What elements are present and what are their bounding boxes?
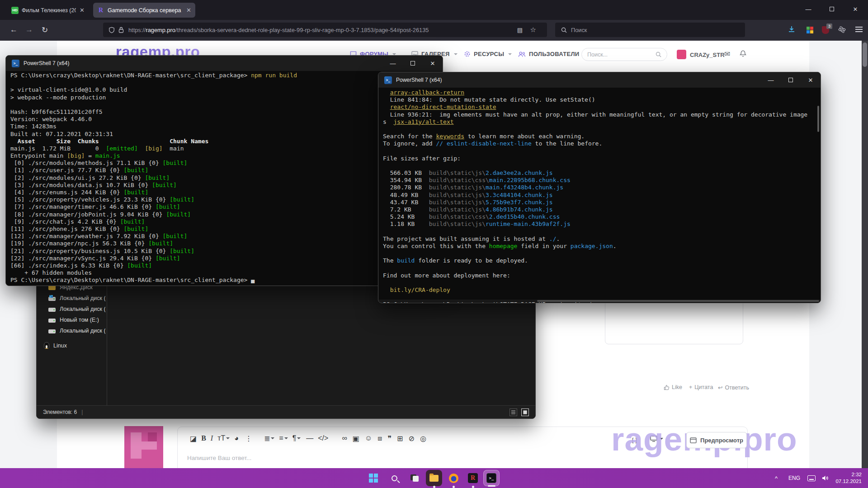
paragraph-icon[interactable]: ¶ (292, 434, 301, 442)
forum-search-input[interactable]: Поиск... (581, 48, 667, 61)
tray-touch-keyboard-icon[interactable] (807, 468, 816, 488)
spoiler-icon[interactable]: ⊘ (408, 434, 414, 443)
tab-close-icon[interactable]: ✕ (186, 7, 191, 14)
font-size-icon[interactable]: тT (217, 434, 230, 442)
align-icon[interactable]: ≡ (279, 434, 288, 442)
bbcode-toggle-button[interactable]: [ ] (632, 436, 637, 443)
browser-tab-gamemode[interactable]: R Gamemode Сборка сервера DE ✕ (93, 3, 195, 18)
remove-format-icon[interactable]: ◪ (190, 434, 197, 443)
tracking-shield-icon[interactable] (108, 27, 115, 33)
terminal-output: PS C:\Users\crazy\Desktop\raknet\DN-RAGE… (10, 72, 297, 284)
tray-clock[interactable]: 2:32 07.12.2021 (832, 471, 862, 485)
terminal-text: [3] ./src/modules/data.js 10.7 KiB {0} (10, 182, 152, 188)
nav-users[interactable]: ПОЛЬЗОВАТЕЛИ (518, 51, 587, 57)
terminal-text: [8] ./src/manager/jobPoint.js 9.04 KiB {… (10, 211, 166, 218)
explorer-item-3[interactable]: Локальный диск (D:) (48, 306, 105, 312)
alerts-bell-icon[interactable] (740, 50, 746, 57)
quote-button[interactable]: + Цитата (689, 384, 713, 390)
username[interactable]: CRAZy_STR (690, 52, 725, 58)
link-icon[interactable]: ∞ (342, 434, 347, 442)
page-scrollbar[interactable] (862, 41, 868, 468)
like-button[interactable]: Like (664, 384, 682, 390)
table-icon[interactable]: ⊞ (397, 434, 403, 443)
taskbar-terminal-button[interactable]: >_ (483, 470, 500, 486)
code-icon[interactable]: </> (318, 434, 328, 442)
more-options-icon[interactable]: ⋮ (245, 434, 252, 443)
terminal-text: [built] (123, 189, 148, 196)
task-view-button[interactable] (406, 470, 423, 486)
browser-search-bar[interactable]: Поиск (555, 23, 745, 37)
maximize-button[interactable] (781, 72, 801, 88)
italic-icon[interactable]: I (211, 434, 213, 442)
powershell-window-right[interactable]: >_ PowerShell 7 (x64) — ✕ array-callback… (378, 72, 821, 303)
bookmark-star-icon[interactable]: ☆ (530, 26, 536, 34)
window-minimize-button[interactable]: — (798, 0, 818, 18)
lock-icon[interactable] (118, 27, 124, 33)
reply-label: Ответить (725, 385, 749, 391)
quote-icon[interactable]: ❞ (387, 434, 392, 443)
forward-button[interactable]: → (25, 25, 33, 34)
title-bar[interactable]: >_ PowerShell 7 (x64) (378, 72, 821, 88)
explorer-item-4[interactable]: Новый том (E:) (48, 317, 105, 323)
hd-favicon: HD (11, 7, 19, 14)
minimize-button[interactable]: — (761, 72, 781, 88)
status-divider: | (81, 409, 83, 415)
user-avatar[interactable] (677, 50, 686, 59)
vertical-scrollbar-thumb[interactable] (817, 106, 819, 132)
horizontal-scrollbar[interactable] (379, 300, 821, 302)
messages-envelope-icon[interactable]: ✉ (724, 50, 730, 58)
thumbs-up-icon (664, 385, 670, 390)
back-button[interactable]: ← (10, 25, 18, 34)
preview-button[interactable]: Предпросмотр (686, 432, 747, 448)
taskbar-firefox-button[interactable] (445, 470, 462, 486)
tab-close-icon[interactable]: ✕ (80, 7, 85, 14)
maximize-button[interactable] (403, 56, 423, 71)
tray-volume-icon[interactable] (822, 468, 829, 488)
tray-language[interactable]: ENG (788, 468, 800, 488)
explorer-item-5[interactable]: Локальный диск (F:) (48, 328, 105, 334)
bullet-list-icon[interactable]: ≣ (264, 434, 274, 443)
details-view-icon[interactable] (509, 408, 517, 416)
horizontal-rule-icon[interactable]: — (306, 434, 313, 442)
start-button[interactable] (365, 470, 382, 486)
horizontal-scrollbar-thumb[interactable] (537, 300, 819, 302)
smiley-icon[interactable]: ☺ (365, 434, 372, 442)
reply-button[interactable]: ↩ Ответить (718, 384, 749, 391)
reader-view-icon[interactable]: ▤ (517, 27, 523, 33)
taskbar-search-button[interactable] (386, 470, 402, 486)
image-icon[interactable]: ▣ (353, 434, 359, 443)
devtools-atom-icon[interactable] (838, 26, 846, 33)
window-close-button[interactable]: ✕ (845, 0, 865, 18)
scrollbar-thumb[interactable] (863, 42, 867, 67)
window-maximize-button[interactable] (822, 0, 842, 18)
thumbnail-view-toggle[interactable] (521, 408, 529, 416)
terminal-text: To ignore, add (383, 140, 436, 147)
media-icon[interactable]: ⧈ (377, 434, 382, 442)
taskbar-explorer-button[interactable] (426, 470, 442, 486)
minimize-button[interactable]: — (383, 56, 403, 71)
tray-chevron-up[interactable]: ^ (775, 468, 778, 488)
title-bar[interactable]: >_ PowerShell 7 (x64) (6, 56, 443, 71)
bold-icon[interactable]: B (201, 434, 206, 442)
preview-mode-button[interactable] (650, 436, 663, 442)
inline-spoiler-icon[interactable]: ◎ (420, 434, 426, 443)
taskbar-ragemp-button[interactable]: R (465, 470, 481, 486)
maximize-icon (788, 78, 793, 82)
large-icons-view-icon[interactable] (521, 408, 529, 416)
browser-tab-film[interactable]: HD Фильм Телекинез (2013) смотр ✕ (7, 3, 89, 18)
explorer-item-6[interactable]: Linux (44, 342, 101, 349)
list-view-toggle[interactable] (509, 408, 517, 416)
powershell-window-left[interactable]: >_ PowerShell 7 (x64) — ✕ PS C:\Users\cr… (5, 55, 443, 286)
menu-hamburger-icon[interactable] (855, 27, 863, 32)
url-bar[interactable]: https://ragemp.pro/threads/sborka-server… (103, 23, 547, 37)
text-color-icon[interactable]: ◕ (234, 434, 239, 442)
extension-icon[interactable] (807, 27, 813, 33)
downloads-icon[interactable] (788, 25, 796, 33)
terminal-text: 3.3c484104.chunk.js (486, 192, 553, 198)
close-button[interactable]: ✕ (423, 56, 443, 71)
explorer-item-2[interactable]: Локальный диск (C:) (48, 295, 105, 301)
nav-resources[interactable]: РЕСУРСЫ (464, 51, 512, 57)
reload-button[interactable]: ↻ (42, 25, 48, 35)
close-button[interactable]: ✕ (801, 72, 821, 88)
terminal-line: [9] ./src/chat.js 4.2 KiB {0} [built] (10, 218, 297, 225)
